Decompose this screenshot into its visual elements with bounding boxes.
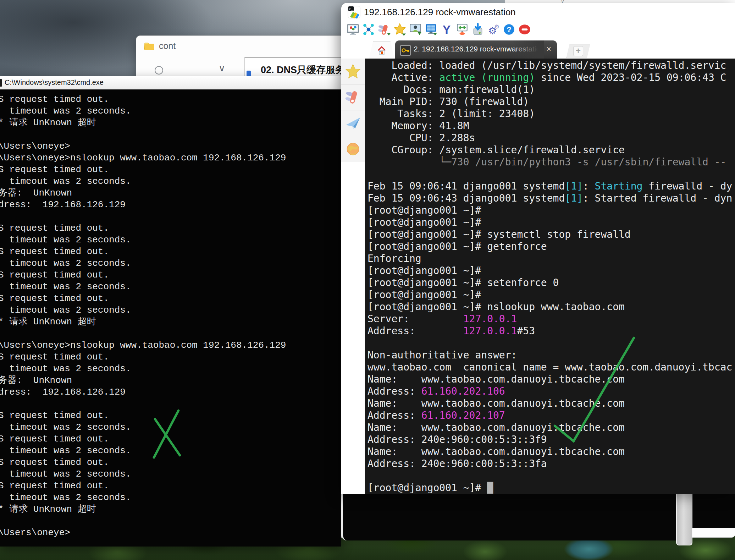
explorer-title: cont: [159, 41, 176, 51]
tab-new-button[interactable]: +: [566, 44, 590, 58]
mobaxterm-app-icon: >_: [348, 6, 360, 18]
terminal-line: * 请求 UnKnown 超时: [0, 117, 286, 129]
terminal-line: S request timed out.: [0, 457, 286, 468]
cmd-app-icon: [0, 79, 2, 87]
terminal-line: Loaded: loaded (/usr/lib/systemd/system/…: [368, 60, 732, 72]
help-icon[interactable]: ?: [502, 23, 516, 36]
terminal-line: [root@django001 ~]# getenforce: [368, 241, 732, 253]
terminal-line: \Users\oneye>: [0, 141, 286, 152]
terminal-line: timeout was 2 seconds.: [0, 304, 286, 316]
background-dark-window-right: [691, 494, 735, 528]
cmd-terminal[interactable]: S request timed out. timeout was 2 secon…: [0, 89, 341, 547]
split-view-icon[interactable]: [424, 23, 438, 36]
terminal-line: Name: www.taobao.com.danuoyi.tbcache.com: [368, 446, 732, 458]
terminal-line: CPU: 2.288s: [368, 132, 732, 144]
terminal-line: Address: 61.160.202.107: [368, 410, 732, 422]
home-icon: [377, 46, 387, 55]
packages-icon[interactable]: [471, 23, 485, 36]
globe-icon: [345, 141, 361, 157]
terminal-line: S request timed out.: [0, 410, 286, 422]
svg-text:?: ?: [507, 25, 512, 34]
network-icon[interactable]: [362, 23, 375, 36]
sidebar-item-tools[interactable]: [341, 84, 365, 110]
exit-icon[interactable]: [518, 23, 531, 36]
terminal-line: Feb 15 09:06:41 django001 systemd[1]: St…: [368, 180, 732, 192]
explorer-titlebar: cont: [144, 41, 176, 51]
terminal-line: * 请求 UnKnown 超时: [0, 504, 286, 515]
terminal-line: Address: 240e:960:c00:5:3::3fa: [368, 458, 732, 470]
remote-user-icon[interactable]: [409, 23, 422, 36]
terminal-line: S request timed out.: [0, 480, 286, 492]
terminal-line: Non-authoritative answer:: [368, 349, 732, 361]
terminal-line: www.taobao.com canonical name = www.taob…: [368, 361, 732, 373]
tab-close-icon[interactable]: ×: [546, 44, 551, 54]
terminal-line: [368, 470, 732, 482]
sidebar-item-sessions[interactable]: [341, 59, 365, 84]
chevron-down-icon[interactable]: ∨: [219, 63, 225, 74]
terminal-line: [0, 515, 286, 527]
background-dark-window: [341, 494, 679, 540]
sidebar-item-tftp[interactable]: [341, 136, 365, 162]
mobaxterm-title: 192.168.126.129 rock-vmwarestation: [364, 7, 516, 18]
terminal-line: timeout was 2 seconds.: [0, 468, 286, 480]
terminal-line: Tasks: 2 (limit: 23408): [368, 108, 732, 120]
terminal-line: Docs: man:firewalld(1): [368, 84, 732, 96]
terminal-line: * 请求 UnKnown 超时: [0, 316, 286, 328]
circle-icon[interactable]: [155, 66, 163, 75]
sidebar-item-macros[interactable]: [341, 110, 365, 136]
terminal-line: timeout was 2 seconds.: [0, 105, 286, 117]
terminal-line: Main PID: 730 (firewalld): [368, 96, 732, 108]
svg-text:Y: Y: [443, 23, 451, 36]
terminal-line: timeout was 2 seconds.: [0, 258, 286, 269]
cmd-title: C:\Windows\system32\cmd.exe: [5, 78, 104, 87]
terminal-line: [0, 398, 286, 410]
terminal-line: S request timed out.: [0, 164, 286, 176]
document-title: 02. DNS只缓存服务: [261, 64, 345, 76]
terminal-line: [root@django001 ~]#: [368, 265, 732, 277]
terminal-line: [root@django001 ~]#: [368, 216, 732, 229]
terminal-line: \Users\oneye>: [0, 527, 286, 539]
terminal-line: timeout was 2 seconds.: [0, 234, 286, 246]
key-icon: [400, 45, 411, 56]
terminal-line: timeout was 2 seconds.: [0, 176, 286, 187]
cmd-window: C:\Windows\system32\cmd.exe S request ti…: [0, 76, 341, 547]
multiexec-icon[interactable]: Y: [440, 23, 453, 36]
terminal-line: \Users\oneye>nslookup www.taobao.com 192…: [0, 340, 286, 351]
tab-session-active[interactable]: 2. 192.168.126.129 rock-vmwarestation ×: [395, 40, 557, 59]
terminal-line: Name: www.taobao.com.danuoyi.tbcache.com: [368, 373, 732, 385]
swiss-knife-icon: [345, 89, 361, 105]
terminal-line: [368, 168, 732, 180]
background-window-scrollbar[interactable]: [676, 488, 692, 545]
terminal-line: Address: 127.0.0.1#53: [368, 325, 732, 337]
terminal-line: [root@django001 ~]# setenforce 0: [368, 277, 732, 289]
paper-plane-icon: [345, 115, 361, 131]
mobaxterm-sidebar: [341, 59, 365, 494]
terminal-line: Address: 240e:960:c00:5:3::3f9: [368, 434, 732, 446]
terminal-line: dress: 192.168.126.129: [0, 199, 286, 211]
terminal-line: S request timed out.: [0, 94, 286, 105]
terminal-line: \Users\oneye>nslookup www.taobao.com 192…: [0, 152, 286, 164]
star-icon[interactable]: [393, 23, 407, 36]
terminal-line: Active: active (running) since Wed 2023-…: [368, 72, 732, 84]
terminal-line: [0, 211, 286, 223]
terminal-line: S request timed out.: [0, 293, 286, 304]
mobaxterm-window: >_ 192.168.126.129 rock-vmwarestation Y …: [341, 3, 735, 494]
mobaxterm-toolbar: Y ⚙⚙ ?: [341, 21, 735, 40]
desktop-wallpaper-river: [564, 538, 614, 560]
settings-icon[interactable]: ⚙⚙: [487, 23, 500, 36]
tab-home[interactable]: [369, 41, 394, 59]
plus-icon: +: [573, 46, 583, 56]
folder-icon: [144, 42, 155, 51]
session-icon[interactable]: [346, 23, 360, 36]
terminal-line: └─730 /usr/bin/python3 -s /usr/sbin/fire…: [368, 156, 732, 168]
terminal-line: timeout was 2 seconds.: [0, 492, 286, 504]
ssh-terminal[interactable]: Loaded: loaded (/usr/lib/systemd/system/…: [365, 59, 735, 494]
terminal-line: [root@django001 ~]# nslookup www.taobao.…: [368, 301, 732, 313]
star-icon: [345, 63, 361, 79]
tools-icon[interactable]: [377, 23, 391, 36]
mobaxterm-titlebar[interactable]: >_ 192.168.126.129 rock-vmwarestation: [341, 3, 735, 21]
terminal-line: Address: 61.160.202.106: [368, 385, 732, 397]
terminal-line: [root@django001 ~]# systemctl stop firew…: [368, 229, 732, 241]
tunneling-icon[interactable]: [455, 23, 469, 36]
cmd-titlebar[interactable]: C:\Windows\system32\cmd.exe: [0, 76, 341, 90]
